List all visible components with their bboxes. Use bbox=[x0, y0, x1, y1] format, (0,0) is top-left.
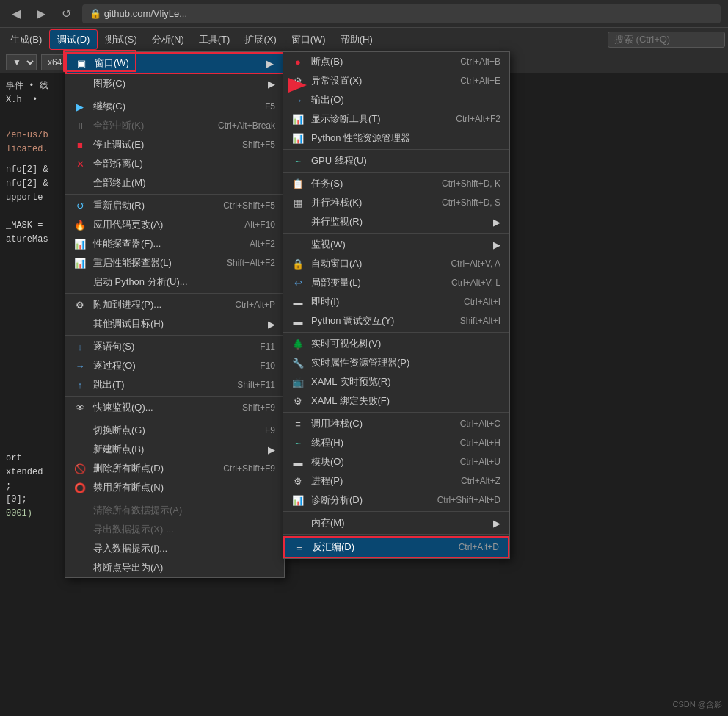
code-line: atureMas bbox=[6, 233, 722, 247]
code-line: _MASK = bbox=[6, 219, 722, 233]
menu-extend[interactable]: 扩展(X) bbox=[237, 30, 283, 49]
reload-button[interactable]: ↺ bbox=[57, 5, 75, 23]
code-line: licated. bbox=[6, 142, 722, 156]
forward-button[interactable]: ▶ bbox=[32, 5, 50, 23]
menu-tools[interactable]: 工具(T) bbox=[192, 30, 238, 49]
menu-analyze[interactable]: 分析(N) bbox=[145, 30, 192, 49]
favicon: 🔒 bbox=[90, 8, 101, 19]
code-line: nfo[2] & bbox=[6, 163, 722, 177]
code-editor[interactable]: 事件 • 线 X.h • /en-us/b licated. nfo[2] & … bbox=[0, 73, 728, 716]
menu-test[interactable]: 测试(S) bbox=[98, 30, 144, 49]
menu-help[interactable]: 帮助(H) bbox=[333, 30, 380, 49]
platform-select[interactable]: x64 bbox=[41, 54, 78, 70]
search-input[interactable] bbox=[608, 32, 725, 48]
code-line: X.h • bbox=[6, 93, 722, 107]
code-line: /en-us/b bbox=[6, 129, 722, 142]
code-line: [0]; bbox=[6, 493, 722, 507]
code-line-ort: ort bbox=[6, 452, 722, 466]
code-line: 事件 • 线 bbox=[6, 79, 722, 93]
watermark: CSDN @含影 bbox=[673, 699, 722, 710]
menu-debug[interactable]: 调试(D) bbox=[49, 29, 98, 50]
code-line: 0001) bbox=[6, 507, 722, 521]
toolbar: ▼ x64 bbox=[0, 51, 728, 73]
url-text: github.com/VliyLe... bbox=[104, 8, 187, 19]
main-area: 事件 • 线 X.h • /en-us/b licated. nfo[2] & … bbox=[0, 73, 728, 716]
code-line: upporte bbox=[6, 191, 722, 205]
code-line: nfo[2] & bbox=[6, 177, 722, 191]
menubar: 生成(B) 调试(D) 测试(S) 分析(N) 工具(T) 扩展(X) 窗口(W… bbox=[0, 28, 728, 51]
address-bar[interactable]: 🔒 github.com/VliyLe... bbox=[82, 4, 721, 23]
config-select[interactable]: ▼ bbox=[6, 54, 37, 70]
code-line: xtended bbox=[6, 466, 722, 480]
back-button[interactable]: ◀ bbox=[7, 5, 25, 23]
browser-bar: ◀ ▶ ↺ 🔒 github.com/VliyLe... bbox=[0, 0, 728, 28]
menu-window[interactable]: 窗口(W) bbox=[284, 30, 333, 49]
code-line: ; bbox=[6, 480, 722, 493]
menu-generate[interactable]: 生成(B) bbox=[3, 30, 49, 49]
